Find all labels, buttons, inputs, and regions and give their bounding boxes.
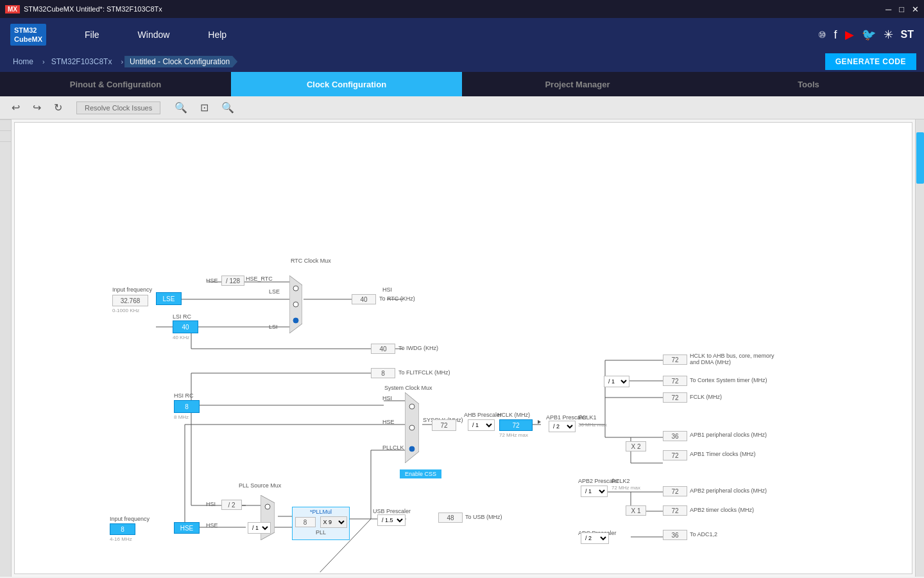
tab-project[interactable]: Project Manager	[462, 72, 693, 96]
pll-block: *PLLMul 8 X 9 PLL	[292, 507, 350, 540]
fit-button[interactable]: ⊡	[196, 100, 212, 115]
window-menu[interactable]: Window	[138, 30, 170, 40]
hclk-ahb-label: HCLK to AHB bus, core, memory and DMA (M…	[690, 353, 785, 365]
pll-value-box: 8	[295, 517, 316, 527]
hsi-sysclk-label: HSI	[382, 286, 392, 293]
to-rtc-box: 40	[352, 294, 376, 304]
to-iwdg-box: 40	[371, 344, 395, 354]
app-title: STM32CubeMX Untitled*: STM32F103C8Tx	[24, 5, 162, 13]
breadcrumb-current[interactable]: Untitled - Clock Configuration	[124, 56, 237, 67]
breadcrumb-sep2: ›	[121, 58, 123, 66]
cortex-timer-box: 72	[663, 376, 687, 386]
pclk2-max-label: 72 MHz max	[612, 485, 640, 491]
apb1-prescaler-select[interactable]: / 2	[549, 421, 576, 432]
minimize-button[interactable]: ─	[886, 4, 891, 14]
apb1-timer-box: 72	[663, 450, 687, 460]
adc-prescaler-select[interactable]: / 2	[581, 532, 609, 544]
enable-css-button[interactable]: Enable CSS	[400, 469, 441, 478]
app-logo: MX	[5, 5, 20, 13]
ahb-prescaler-select[interactable]: / 1	[468, 419, 495, 431]
usb-box: 48	[438, 512, 463, 523]
apb2-x1-box: X 1	[626, 505, 646, 516]
facebook-icon[interactable]: f	[834, 28, 837, 42]
apb2-periph-box: 72	[663, 486, 687, 496]
hse-rtc-label: HSE_RTC	[246, 276, 273, 282]
pllmul-select[interactable]: X 9	[320, 516, 347, 528]
undo-button[interactable]: ↩	[8, 100, 24, 115]
cortex-div-select[interactable]: / 1	[604, 376, 629, 387]
zoom-out-button[interactable]: 🔍	[218, 100, 238, 115]
file-menu[interactable]: File	[85, 30, 99, 40]
hsi-mhz-label: 8 MHz	[174, 414, 189, 420]
hsi-freq-box[interactable]: 8	[174, 400, 200, 413]
redo-button[interactable]: ↪	[29, 100, 45, 115]
maximize-button[interactable]: □	[899, 4, 904, 14]
hclk-box[interactable]: 72	[499, 419, 533, 431]
svg-point-61	[265, 504, 270, 509]
input-freq-top-label: Input frequency	[112, 286, 152, 293]
ahb-prescaler-label: AHB Prescaler	[464, 412, 502, 418]
apb1-periph-label: APB1 peripheral clocks (MHz)	[690, 432, 767, 438]
zoom-in-button[interactable]: 🔍	[171, 100, 191, 115]
apb2-prescaler-select[interactable]: / 1	[581, 486, 608, 497]
pllclk-mux-sys-label: PLLCLK	[382, 444, 404, 451]
tab-clock[interactable]: Clock Configuration	[231, 72, 462, 96]
pllmul-label: *PLLMul	[293, 509, 349, 515]
sidebar-left	[0, 119, 12, 577]
sidebar-tab-3[interactable]	[0, 141, 11, 152]
clock-diagram[interactable]: Input frequency 32.768 0-1000 KHz LSE LS…	[14, 122, 912, 574]
resolve-clock-issues-button[interactable]: Resolve Clock Issues	[76, 101, 160, 114]
input-freq-range-bottom: 4-16 MHz	[110, 536, 132, 542]
tab-tools[interactable]: Tools	[693, 72, 924, 96]
hse-box[interactable]: HSE	[174, 522, 200, 534]
apb2-periph-label: APB2 peripheral clocks (MHz)	[690, 487, 767, 494]
lsi-khz-label: 40 KHz	[173, 335, 189, 340]
pll-div1-select[interactable]: / 1	[248, 522, 271, 534]
pll-source-mux[interactable]	[261, 495, 275, 541]
youtube-icon[interactable]: ▶	[845, 28, 854, 42]
titlebar: MX STM32CubeMX Untitled*: STM32F103C8Tx …	[0, 0, 924, 18]
hse-mux-sys-label: HSE	[382, 419, 395, 425]
pll-hsi-label: HSI	[206, 501, 216, 507]
svg-point-53	[293, 286, 298, 291]
breadcrumb-chip[interactable]: STM32F103C8Tx	[46, 56, 120, 67]
generate-code-button[interactable]: GENERATE CODE	[825, 53, 916, 70]
stm32-logo: STM32CubeMX	[10, 24, 46, 46]
scrollbar-thumb[interactable]	[916, 132, 924, 184]
network-icon[interactable]: ✳	[884, 28, 893, 42]
pclk2-label: PCLK2	[612, 478, 630, 484]
close-button[interactable]: ✕	[912, 4, 919, 14]
breadcrumb-home[interactable]: Home	[8, 56, 41, 67]
tab-pinout[interactable]: Pinout & Configuration	[0, 72, 231, 96]
pll-source-mux-title: PLL Source Mux	[239, 482, 281, 489]
sidebar-tab-2[interactable]	[0, 130, 11, 141]
twitter-icon[interactable]: 🐦	[862, 28, 876, 42]
menubar: STM32CubeMX File Window Help ⑩ f ▶ 🐦 ✳ S…	[0, 18, 924, 51]
main-content: Input frequency 32.768 0-1000 KHz LSE LS…	[0, 119, 924, 577]
hclk-label: HCLK (MHz)	[497, 412, 530, 418]
sysclk-mux-title: System Clock Mux	[384, 385, 432, 391]
reset-button[interactable]: ↻	[50, 100, 66, 115]
lsi-mux-label: LSI	[269, 324, 278, 330]
tabbar: Pinout & Configuration Clock Configurati…	[0, 72, 924, 96]
lsi-freq-box[interactable]: 40	[173, 320, 198, 333]
rtc-mux[interactable]	[289, 276, 302, 335]
scrollbar-right[interactable]	[915, 119, 924, 577]
hse-div128-box: / 128	[221, 276, 244, 286]
help-menu[interactable]: Help	[208, 30, 227, 40]
hsi-rc-label: HSI RC	[174, 392, 194, 399]
usb-label: To USB (MHz)	[465, 514, 502, 520]
input-freq-bottom-box[interactable]: 8	[110, 523, 135, 535]
pclk1-max-label: 36 MHz max	[578, 422, 607, 428]
usb-prescaler-select[interactable]: / 1.5	[377, 514, 406, 526]
breadcrumb-bar: Home › STM32F103C8Tx › Untitled - Clock …	[0, 51, 924, 72]
pclk1-label: PCLK1	[578, 414, 597, 421]
sysclk-mux[interactable]	[405, 392, 419, 464]
anniversary-icon: ⑩	[818, 30, 826, 40]
sidebar-tab-1[interactable]	[0, 119, 11, 130]
cortex-timer-label: To Cortex System timer (MHz)	[690, 377, 767, 383]
lse-box[interactable]: LSE	[156, 292, 182, 305]
st-logo: ST	[901, 29, 914, 40]
input-freq-top-box[interactable]: 32.768	[112, 295, 148, 306]
toolbar: ↩ ↪ ↻ Resolve Clock Issues 🔍 ⊡ 🔍	[0, 96, 924, 119]
